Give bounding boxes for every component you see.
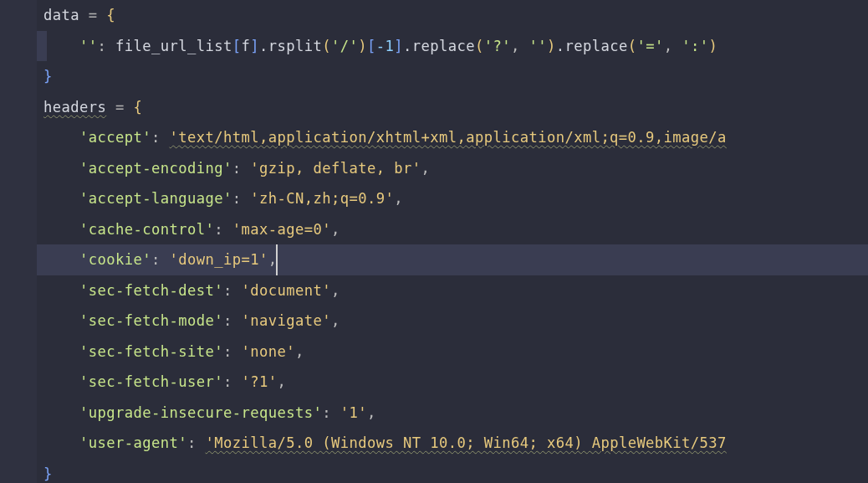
token: (	[322, 38, 331, 54]
token: 'accept-encoding'	[79, 160, 232, 177]
token: 'user-agent'	[79, 434, 187, 451]
code-line[interactable]: 'accept-encoding': 'gzip, deflate, br',	[37, 153, 868, 184]
token: ,	[511, 38, 529, 54]
token: .rsplit	[259, 38, 322, 54]
code-line[interactable]: 'accept': 'text/html,application/xhtml+x…	[37, 122, 868, 153]
token: :	[223, 373, 242, 390]
indent-stripe	[37, 31, 47, 62]
code-line[interactable]: data = {	[37, 0, 868, 31]
token: ,	[421, 160, 430, 177]
code-line[interactable]: 'upgrade-insecure-requests': '1',	[37, 398, 868, 429]
token: '?'	[484, 38, 511, 54]
token: 'sec-fetch-mode'	[79, 312, 223, 329]
code-line[interactable]: headers = {	[37, 92, 868, 123]
token: f	[241, 38, 250, 54]
token: [	[367, 38, 376, 54]
token: :	[232, 160, 251, 177]
token: ,	[331, 282, 340, 299]
code-line[interactable]: 'user-agent': 'Mozilla/5.0 (Windows NT 1…	[37, 428, 868, 459]
token: .replace	[403, 38, 475, 54]
token: 'upgrade-insecure-requests'	[79, 404, 322, 421]
token: ''	[79, 38, 98, 54]
token: 'sec-fetch-user'	[79, 373, 223, 390]
token: :	[98, 38, 116, 54]
token: 'text/html,application/xhtml+xml,applica…	[169, 129, 726, 146]
token: )	[547, 38, 556, 54]
token: 'gzip, deflate, br'	[250, 160, 421, 177]
token: :	[151, 129, 170, 146]
token: -1	[376, 38, 395, 54]
token: 'cookie'	[79, 251, 151, 268]
token: =	[106, 99, 133, 116]
token: 'sec-fetch-site'	[79, 343, 223, 360]
token: ,	[331, 221, 340, 238]
token: '1'	[340, 404, 367, 421]
token: :	[232, 190, 251, 207]
code-line[interactable]: 'sec-fetch-mode': 'navigate',	[37, 306, 868, 337]
token: }	[43, 68, 53, 85]
token: 'navigate'	[241, 312, 330, 329]
token: {	[106, 7, 115, 23]
code-line[interactable]: 'accept-language': 'zh-CN,zh;q=0.9',	[37, 183, 868, 214]
text-caret	[276, 244, 278, 275]
token: }	[43, 465, 53, 482]
code-line[interactable]: 'sec-fetch-dest': 'document',	[37, 275, 868, 306]
token: 'zh-CN,zh;q=0.9'	[250, 190, 394, 207]
token: =	[79, 7, 106, 23]
token: '='	[636, 38, 663, 54]
token: 'max-age=0'	[232, 221, 331, 238]
code-line[interactable]: 'cookie': 'down_ip=1',	[37, 244, 868, 275]
token: :	[223, 312, 242, 329]
token: )	[708, 38, 717, 54]
token: 'accept-language'	[79, 190, 232, 207]
token: :	[223, 282, 242, 299]
editor-gutter	[0, 0, 37, 483]
token: (	[628, 38, 637, 54]
token: :	[214, 221, 232, 238]
token: ,	[295, 343, 304, 360]
token: ]	[250, 38, 259, 54]
token: 'cache-control'	[79, 221, 214, 238]
token: file_url_list	[115, 38, 232, 54]
code-line[interactable]: }	[37, 61, 868, 92]
token: :	[187, 434, 206, 451]
token: )	[358, 38, 367, 54]
code-line[interactable]: '': file_url_list[f].rsplit('/')[-1].rep…	[37, 31, 868, 62]
token: ,	[394, 190, 403, 207]
editor-code-area[interactable]: data = { '': file_url_list[f].rsplit('/'…	[37, 0, 868, 483]
token: 'sec-fetch-dest'	[79, 282, 223, 299]
token: .replace	[556, 38, 628, 54]
token: ,	[277, 373, 286, 390]
token: ,	[331, 312, 340, 329]
code-line[interactable]: 'cache-control': 'max-age=0',	[37, 214, 868, 245]
token: 'accept'	[79, 129, 151, 146]
token: 'down_ip=1'	[169, 251, 268, 268]
token: data	[43, 7, 79, 23]
code-line[interactable]: 'sec-fetch-user': '?1',	[37, 367, 868, 398]
token: {	[133, 99, 142, 116]
token: :	[223, 343, 242, 360]
token: :	[151, 251, 170, 268]
token: ,	[367, 404, 376, 421]
code-line[interactable]: 'sec-fetch-site': 'none',	[37, 337, 868, 367]
token: headers	[43, 99, 106, 116]
token: ,	[664, 38, 682, 54]
token: ]	[394, 38, 403, 54]
token: [	[232, 38, 242, 54]
token: 'none'	[241, 343, 295, 360]
code-line[interactable]: }	[37, 459, 868, 484]
token: '?1'	[241, 373, 277, 390]
token: '/'	[331, 38, 358, 54]
token: 'Mozilla/5.0 (Windows NT 10.0; Win64; x6…	[205, 434, 726, 451]
token: (	[475, 38, 484, 54]
token: :	[322, 404, 340, 421]
token: ''	[528, 38, 547, 54]
token: ':'	[682, 38, 708, 54]
token: 'document'	[241, 282, 330, 299]
